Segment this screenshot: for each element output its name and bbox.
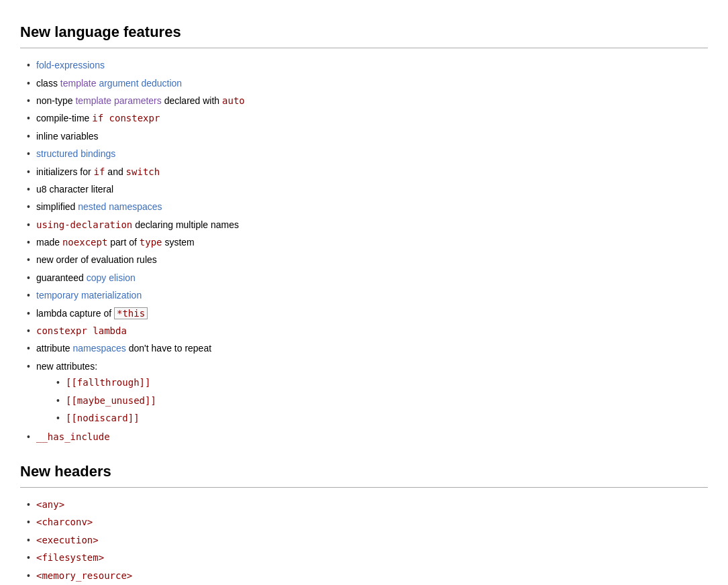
section-title-new-language-features: New language features <box>20 20 708 44</box>
plain-text: u8 character literal <box>36 184 113 195</box>
plain-text: non-type <box>36 95 75 106</box>
list-item-non-type-template-parameters: non-type template parameters declared wi… <box>27 92 708 109</box>
list-item-attribute-namespaces: attribute namespaces don't have to repea… <box>27 339 708 357</box>
plain-text: inline variables <box>36 131 99 142</box>
link-blue-text[interactable]: fold-expressions <box>36 60 105 70</box>
plain-text: declared with <box>162 95 222 106</box>
code-keyword-text: if <box>94 166 105 177</box>
plain-text: part of <box>107 237 139 248</box>
list-item-class-template-argument-deduction: class template argument deduction <box>27 74 708 92</box>
plain-text: compile-time <box>36 113 92 123</box>
list-item-lambda-capture-this: lambda capture of *this <box>27 305 708 322</box>
list-item-compile-time-if-constexpr: compile-time if constexpr <box>27 109 708 127</box>
plain-text: lambda capture of <box>36 308 114 319</box>
list-item-temporary-materialization: temporary materialization <box>27 286 708 304</box>
list-item-memory-resource: <memory_resource> <box>27 567 708 584</box>
plain-text: guaranteed <box>36 272 87 283</box>
code-keyword-text: if constexpr <box>92 113 160 123</box>
link-blue-text[interactable]: namespaces <box>72 343 125 354</box>
plain-text: initializers for <box>36 166 94 177</box>
code-inline-text: __has_include <box>36 431 110 442</box>
list-item-execution: <execution> <box>27 531 708 549</box>
list-item-constexpr-lambda: constexpr lambda <box>27 322 708 339</box>
sub-list-item: [[maybe_unused]] <box>56 392 708 409</box>
code-inline-text: <any> <box>36 499 64 510</box>
code-keyword-text: type <box>140 237 162 248</box>
code-inline-text: <memory_resource> <box>36 570 132 581</box>
app-container: New language featuresfold-expressionscla… <box>20 20 708 585</box>
section-title-new-headers: New headers <box>20 460 708 483</box>
plain-text: system <box>162 237 195 248</box>
plain-text: class <box>36 78 60 89</box>
link-blue-text[interactable]: temporary materialization <box>36 290 142 301</box>
code-inline-text: <filesystem> <box>36 552 104 563</box>
code-inline-text: <execution> <box>36 535 99 545</box>
code-inline-text: noexcept <box>62 237 107 248</box>
code-inline-text: using-declaration <box>36 219 132 230</box>
feature-list-new-headers: <any><charconv><execution><filesystem><m… <box>20 496 708 585</box>
link-purple-text[interactable]: template parameters <box>75 95 161 106</box>
plain-text: new attributes: <box>36 361 97 372</box>
link-blue-text[interactable]: copy elision <box>87 272 136 283</box>
plain-text: and <box>105 166 125 177</box>
plain-text: simplified <box>36 201 78 212</box>
link-blue-text[interactable]: structured bindings <box>36 148 115 159</box>
list-item-new-attributes: new attributes:[[fallthrough]][[maybe_un… <box>27 358 708 429</box>
list-item-filesystem: <filesystem> <box>27 549 708 566</box>
list-item-fold-expressions: fold-expressions <box>27 56 708 74</box>
plain-text: new order of evaluation rules <box>36 254 157 265</box>
plain-text: attribute <box>36 343 72 354</box>
section-divider-new-language-features <box>20 48 708 48</box>
section-divider-new-headers <box>20 487 708 488</box>
sub-list-new-attributes: [[fallthrough]][[maybe_unused]][[nodisca… <box>36 374 708 427</box>
feature-list-new-language-features: fold-expressionsclass template argument … <box>20 56 708 446</box>
list-item-simplified-nested-namespaces: simplified nested namespaces <box>27 198 708 215</box>
code-inline-text: <charconv> <box>36 517 93 527</box>
plain-text: made <box>36 237 62 248</box>
link-purple-text[interactable]: template <box>60 78 97 89</box>
list-item-using-declaration-multiple-names: using-declaration declaring multiple nam… <box>27 216 708 233</box>
plain-text: declaring multiple names <box>132 219 239 230</box>
link-blue-text[interactable]: argument deduction <box>99 78 182 89</box>
code-inline-text: [[fallthrough]] <box>66 377 150 388</box>
list-item-made-noexcept-part-of-type-system: made noexcept part of type system <box>27 233 708 251</box>
list-item-new-order-of-evaluation-rules: new order of evaluation rules <box>27 251 708 268</box>
sub-list-item: [[fallthrough]] <box>56 374 708 391</box>
code-keyword-text: auto <box>222 95 245 106</box>
list-item-charconv: <charconv> <box>27 513 708 531</box>
list-item-has-include: __has_include <box>27 428 708 445</box>
code-inline-text: [[nodiscard]] <box>66 413 140 423</box>
list-item-inline-variables: inline variables <box>27 127 708 145</box>
code-inline-text: [[maybe_unused]] <box>66 395 156 406</box>
list-item-initializers-for-if-and-switch: initializers for if and switch <box>27 163 708 180</box>
code-box-text: *this <box>114 307 148 319</box>
code-keyword-text: switch <box>126 166 160 177</box>
list-item-u8-character-literal: u8 character literal <box>27 180 708 198</box>
code-inline-text: constexpr lambda <box>36 325 127 336</box>
link-blue-text[interactable]: nested namespaces <box>78 201 162 212</box>
list-item-any: <any> <box>27 496 708 513</box>
list-item-structured-bindings: structured bindings <box>27 145 708 162</box>
sub-list-item: [[nodiscard]] <box>56 409 708 427</box>
list-item-guaranteed-copy-elision: guaranteed copy elision <box>27 269 708 286</box>
plain-text: don't have to repeat <box>126 343 211 354</box>
